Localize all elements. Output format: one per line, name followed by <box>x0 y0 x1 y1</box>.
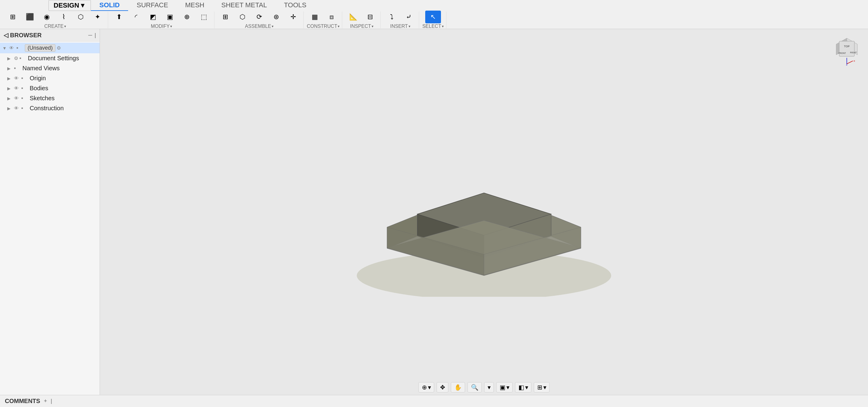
browser-collapse-icon[interactable]: ◁ <box>4 31 8 39</box>
browser-item-named-views[interactable]: ▶ ▪ Named Views <box>0 63 100 73</box>
tab-mesh[interactable]: MESH <box>177 0 213 11</box>
canvas-area[interactable]: TOP RIGHT FRONT Z X ⊕ ▾ ✥ ✋ <box>100 29 868 395</box>
eye-icon-bodies[interactable]: 👁 <box>14 86 20 91</box>
svg-text:X: X <box>854 60 855 62</box>
hand-btn[interactable]: ✋ <box>451 382 465 393</box>
design-button[interactable]: DESIGN ▾ <box>49 0 91 11</box>
tool-shell[interactable]: ▣ <box>162 10 178 23</box>
tool-combine[interactable]: ⊕ <box>179 10 195 23</box>
tool-group-construct: ▦ ⧈ CONSTRUCT ▾ <box>304 11 342 28</box>
browser-item-origin[interactable]: ▶ 👁 ▪ Origin <box>0 73 100 83</box>
folder-icon-construction: ▪ <box>21 105 28 112</box>
tool-insert-mesh[interactable]: ⤵ <box>384 10 400 23</box>
tool-motion-link[interactable]: ⊛ <box>268 10 284 23</box>
expand-arrow-origin[interactable]: ▶ <box>7 76 13 81</box>
zoom-icon: 🔍 <box>471 384 478 391</box>
named-views-label: Named Views <box>23 65 97 72</box>
expand-arrow-sketches[interactable]: ▶ <box>7 96 13 101</box>
tab-bar: DESIGN ▾ SOLID SURFACE MESH SHEET METAL … <box>0 0 868 11</box>
expand-arrow-named-views[interactable]: ▶ <box>7 66 13 71</box>
tab-surface[interactable]: SURFACE <box>128 0 177 11</box>
tool-extrude[interactable]: ⬛ <box>22 10 37 23</box>
tool-loft[interactable]: ⬡ <box>73 10 88 23</box>
display-icon: ▣ <box>500 384 505 391</box>
comments-add-btn[interactable]: + <box>44 398 47 404</box>
tool-press-pull[interactable]: ⬆ <box>111 10 127 23</box>
grid-btn[interactable]: ⊞ ▾ <box>534 382 550 393</box>
tool-group-inspect: 📐 ⊟ INSPECT ▾ <box>343 11 381 28</box>
tool-sweep[interactable]: ⌇ <box>56 10 71 23</box>
pan-btn[interactable]: ✥ <box>437 382 448 393</box>
tab-sheet-metal[interactable]: SHEET METAL <box>213 0 276 11</box>
comments-pin-btn[interactable]: | <box>51 398 52 404</box>
tool-joint[interactable]: ⊞ <box>217 10 233 23</box>
tool-fillet[interactable]: ◜ <box>128 10 144 23</box>
folder-icon-root: ▪ <box>17 45 24 51</box>
design-label: DESIGN <box>54 1 79 9</box>
eye-icon-sketches[interactable]: 👁 <box>14 96 20 101</box>
browser-item-sketches[interactable]: ▶ 👁 ▪ Sketches <box>0 93 100 103</box>
tool-group-assemble: ⊞ ⬡ ⟳ ⊛ ✛ ASSEMBLE ▾ <box>215 11 304 28</box>
tool-offset-plane[interactable]: ▦ <box>307 10 322 23</box>
browser-item-construction[interactable]: ▶ 👁 ▪ Construction <box>0 103 100 113</box>
svg-text:TOP: TOP <box>844 45 849 48</box>
tool-group-create: ⊞ ⬛ ◉ ⌇ ⬡ ✦ CREATE ▾ <box>2 11 108 28</box>
bottom-tools: ⊕ ▾ ✥ ✋ 🔍 ▾ ▣ ▾ ◧ ▾ ⊞ <box>418 382 550 393</box>
gear-icon-root[interactable]: ⚙ <box>57 45 61 51</box>
eye-icon-root[interactable]: 👁 <box>9 45 15 51</box>
tool-rigid-group[interactable]: ⬡ <box>235 10 250 23</box>
tool-chamfer[interactable]: ◩ <box>145 10 161 23</box>
tab-solid[interactable]: SOLID <box>91 0 128 11</box>
tool-cross-section[interactable]: ⊟ <box>362 10 378 23</box>
orbit-icon: ⊕ <box>422 384 427 391</box>
model-container <box>348 127 620 297</box>
tool-split-body[interactable]: ⬚ <box>196 10 212 23</box>
zoom-dropdown-btn[interactable]: ▾ <box>484 382 494 393</box>
zoom-btn[interactable]: 🔍 <box>468 382 482 393</box>
browser-item-doc-settings[interactable]: ▶ ⚙ ▪ Document Settings <box>0 53 100 63</box>
browser-title: ◁ BROWSER <box>4 31 41 39</box>
origin-label: Origin <box>30 75 97 82</box>
tool-rib[interactable]: ✦ <box>90 10 105 23</box>
view-cube[interactable]: TOP RIGHT FRONT Z X <box>832 35 862 65</box>
environment-arrow: ▾ <box>525 384 528 391</box>
tool-new-component[interactable]: ⊞ <box>5 10 21 23</box>
tool-drive-joints[interactable]: ⟳ <box>251 10 267 23</box>
create-group-label: CREATE <box>44 24 64 29</box>
tool-group-insert: ⤵ ⤶ INSERT ▾ <box>381 11 419 28</box>
design-chevron: ▾ <box>81 1 84 9</box>
tool-measure[interactable]: 📐 <box>345 10 361 23</box>
browser-pin-icon[interactable]: | <box>94 32 96 38</box>
expand-arrow-bodies[interactable]: ▶ <box>7 86 13 91</box>
folder-icon-bodies: ▪ <box>21 85 28 91</box>
folder-icon-doc-settings: ▪ <box>20 55 27 61</box>
expand-arrow-doc-settings[interactable]: ▶ <box>7 56 13 61</box>
tool-revolve[interactable]: ◉ <box>39 10 55 23</box>
tool-insert-svg[interactable]: ⤶ <box>401 10 416 23</box>
eye-icon-construction[interactable]: 👁 <box>14 106 20 111</box>
tool-plane-angle[interactable]: ⧈ <box>324 10 340 23</box>
tool-move[interactable]: ✛ <box>285 10 301 23</box>
tool-group-modify: ⬆ ◜ ◩ ▣ ⊕ ⬚ MODIFY ▾ <box>109 11 214 28</box>
folder-icon-named-views: ▪ <box>14 65 21 71</box>
pan-icon: ✥ <box>440 384 445 391</box>
comments-label: COMMENTS <box>5 398 40 405</box>
display-arrow: ▾ <box>506 384 509 391</box>
orbit-arrow: ▾ <box>428 384 431 391</box>
toolbar: DESIGN ▾ SOLID SURFACE MESH SHEET METAL … <box>0 0 868 29</box>
tab-tools[interactable]: TOOLS <box>276 0 315 11</box>
svg-text:RIGHT: RIGHT <box>850 52 857 54</box>
orbit-btn[interactable]: ⊕ ▾ <box>418 382 434 393</box>
unsaved-badge: (Unsaved) <box>25 44 55 52</box>
browser-minus-icon[interactable]: ─ <box>88 32 92 38</box>
expand-arrow-root[interactable]: ▼ <box>2 46 8 51</box>
display-btn[interactable]: ▣ ▾ <box>496 382 513 393</box>
tool-group-select: ↖ SELECT ▾ <box>420 11 446 28</box>
expand-arrow-construction[interactable]: ▶ <box>7 106 13 111</box>
eye-icon-origin[interactable]: 👁 <box>14 76 20 81</box>
tool-select-main[interactable]: ↖ <box>425 10 441 23</box>
browser-item-bodies[interactable]: ▶ 👁 ▪ Bodies <box>0 83 100 93</box>
environment-btn[interactable]: ◧ ▾ <box>515 382 531 393</box>
main-layout: ◁ BROWSER ─ | ▼ 👁 ▪ (Unsaved) ⚙ ▶ ⚙ ▪ <box>0 29 868 395</box>
browser-item-root[interactable]: ▼ 👁 ▪ (Unsaved) ⚙ <box>0 43 100 53</box>
